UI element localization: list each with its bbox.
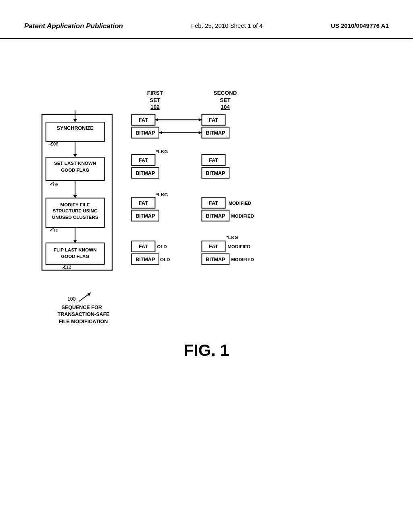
svg-text:FIRST: FIRST <box>147 90 163 96</box>
svg-marker-18 <box>155 118 158 121</box>
header-right: US 2010/0049776 A1 <box>331 22 389 29</box>
svg-text:MODIFY FILE: MODIFY FILE <box>60 202 90 207</box>
svg-text:108: 108 <box>50 182 58 187</box>
svg-text:FAT: FAT <box>139 158 148 163</box>
header-center: Feb. 25, 2010 Sheet 1 of 4 <box>191 22 263 29</box>
svg-text:OLD: OLD <box>157 244 167 249</box>
page: Patent Application Publication Feb. 25, … <box>0 0 413 532</box>
svg-text:*LKG: *LKG <box>156 192 168 197</box>
svg-text:BITMAP: BITMAP <box>206 213 225 219</box>
svg-text:SET: SET <box>150 97 161 103</box>
svg-text:MODIFIED: MODIFIED <box>231 257 254 262</box>
page-header: Patent Application Publication Feb. 25, … <box>0 0 413 39</box>
svg-text:SYNCHRONIZE: SYNCHRONIZE <box>57 125 94 131</box>
svg-text:FAT: FAT <box>209 200 218 206</box>
svg-marker-21 <box>159 131 162 134</box>
svg-text:110: 110 <box>50 228 58 233</box>
svg-text:112: 112 <box>63 264 71 270</box>
svg-text:SET: SET <box>220 97 231 103</box>
svg-text:SECOND: SECOND <box>213 90 237 96</box>
svg-text:MODIFIED: MODIFIED <box>231 213 254 218</box>
svg-marker-27 <box>73 154 77 157</box>
svg-text:MODIFIED: MODIFIED <box>228 200 251 206</box>
svg-text:106: 106 <box>50 141 58 146</box>
svg-text:*LKG: *LKG <box>156 149 168 154</box>
svg-text:SET LAST KNOWN: SET LAST KNOWN <box>54 160 96 166</box>
svg-text:100: 100 <box>67 296 76 302</box>
svg-text:FAT: FAT <box>209 244 218 249</box>
svg-text:TRANSACTION-SAFE: TRANSACTION-SAFE <box>58 312 110 317</box>
svg-text:BITMAP: BITMAP <box>136 257 155 262</box>
svg-text:BITMAP: BITMAP <box>206 170 225 176</box>
svg-text:102: 102 <box>150 104 160 110</box>
svg-text:FAT: FAT <box>139 244 148 249</box>
svg-marker-20 <box>199 131 202 134</box>
svg-text:FAT: FAT <box>139 200 148 206</box>
svg-text:*LKG: *LKG <box>226 235 238 240</box>
svg-text:BITMAP: BITMAP <box>206 257 225 262</box>
svg-text:FIG. 1: FIG. 1 <box>184 341 229 360</box>
svg-text:GOOD FLAG: GOOD FLAG <box>61 167 89 172</box>
svg-text:UNUSED CLUSTERS: UNUSED CLUSTERS <box>52 214 98 220</box>
svg-text:OLD: OLD <box>160 257 170 262</box>
svg-text:SEQUENCE FOR: SEQUENCE FOR <box>61 305 102 310</box>
svg-text:104: 104 <box>221 104 230 110</box>
svg-text:GOOD FLAG: GOOD FLAG <box>61 254 89 259</box>
svg-text:BITMAP: BITMAP <box>136 130 155 136</box>
svg-text:MODIFIED: MODIFIED <box>227 244 250 249</box>
svg-marker-7 <box>73 119 77 122</box>
svg-text:STRUCTURE USING: STRUCTURE USING <box>53 208 98 213</box>
svg-marker-62 <box>73 240 77 243</box>
svg-text:FAT: FAT <box>209 117 218 123</box>
svg-text:BITMAP: BITMAP <box>136 170 155 176</box>
svg-text:FAT: FAT <box>139 117 148 123</box>
svg-rect-8 <box>46 122 104 141</box>
svg-text:BITMAP: BITMAP <box>136 213 155 219</box>
diagram-svg: FIRST SET 102 SECOND SET 104 SYNCHRONIZE… <box>0 75 413 426</box>
svg-text:FAT: FAT <box>209 158 218 163</box>
svg-marker-43 <box>73 195 77 198</box>
svg-marker-17 <box>199 118 202 121</box>
svg-text:FLIP LAST KNOWN: FLIP LAST KNOWN <box>54 247 97 252</box>
svg-text:BITMAP: BITMAP <box>206 130 225 136</box>
svg-text:FILE MODIFICATION: FILE MODIFICATION <box>59 319 108 324</box>
header-left: Patent Application Publication <box>24 22 123 30</box>
